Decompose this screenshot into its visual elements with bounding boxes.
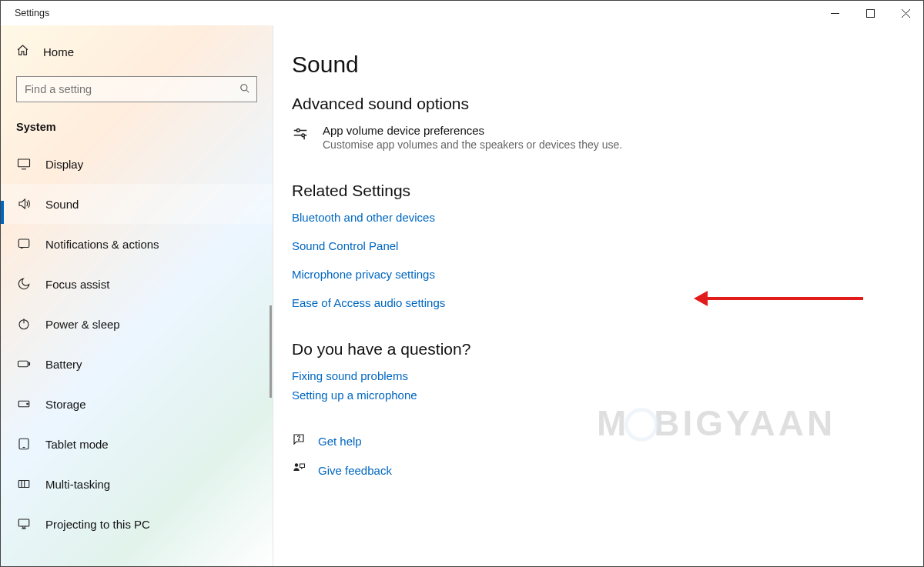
app-volume-row[interactable]: App volume device preferences Customise …	[292, 124, 892, 151]
feedback-icon	[292, 462, 306, 479]
bottom-links: Get help Give feedback	[292, 432, 892, 479]
sidebar-home-label: Home	[43, 45, 74, 58]
search-input-wrap[interactable]	[16, 76, 257, 102]
close-icon	[902, 9, 910, 18]
sidebar-item-notifications[interactable]: Notifications & actions	[1, 224, 273, 264]
scrollbar[interactable]	[270, 305, 272, 398]
svg-point-14	[295, 463, 299, 467]
link-microphone-privacy[interactable]: Microphone privacy settings	[292, 268, 892, 281]
sidebar-item-label: Battery	[45, 358, 82, 371]
sidebar-item-label: Notifications & actions	[45, 238, 159, 251]
link-fixing-sound[interactable]: Fixing sound problems	[292, 369, 892, 382]
moon-icon	[16, 277, 32, 291]
project-icon	[16, 517, 32, 531]
sliders-icon	[292, 125, 309, 151]
sidebar-nav: Display Sound Notifications & actions Fo…	[1, 144, 273, 544]
sidebar-item-label: Power & sleep	[45, 318, 120, 331]
home-icon	[16, 44, 29, 59]
multitask-icon	[16, 477, 32, 491]
question-links: Fixing sound problems Setting up a micro…	[292, 369, 892, 402]
question-heading: Do you have a question?	[292, 340, 892, 359]
sidebar-item-focus-assist[interactable]: Focus assist	[1, 264, 273, 304]
titlebar: Settings	[1, 1, 923, 25]
storage-icon	[16, 397, 32, 411]
svg-rect-2	[18, 159, 30, 167]
maximize-icon	[866, 9, 875, 18]
sidebar-item-label: Tablet mode	[45, 438, 109, 451]
sidebar-item-label: Display	[45, 158, 83, 171]
related-heading: Related Settings	[292, 182, 892, 200]
link-sound-control-panel[interactable]: Sound Control Panel	[292, 239, 892, 252]
sidebar-item-label: Multi-tasking	[45, 478, 110, 491]
svg-rect-10	[18, 519, 29, 526]
sidebar-item-tablet-mode[interactable]: Tablet mode	[1, 424, 273, 464]
link-ease-of-access-audio[interactable]: Ease of Access audio settings	[292, 296, 892, 309]
help-icon	[292, 432, 306, 449]
close-button[interactable]	[888, 1, 923, 25]
sidebar-item-battery[interactable]: Battery	[1, 344, 273, 384]
content-area: Sound Advanced sound options App volume …	[273, 25, 923, 566]
page-title: Sound	[292, 52, 892, 78]
minimize-button[interactable]	[817, 1, 852, 25]
battery-icon	[16, 357, 32, 371]
search-icon	[239, 83, 250, 96]
sidebar-item-sound[interactable]: Sound	[1, 184, 273, 224]
power-icon	[16, 317, 32, 331]
sidebar-item-power-sleep[interactable]: Power & sleep	[1, 304, 273, 344]
advanced-heading: Advanced sound options	[292, 95, 892, 113]
sidebar-home[interactable]: Home	[1, 35, 273, 68]
link-get-help[interactable]: Get help	[318, 435, 362, 448]
sidebar-item-label: Projecting to this PC	[45, 518, 150, 531]
sidebar-item-display[interactable]: Display	[1, 144, 273, 184]
svg-point-1	[241, 84, 247, 90]
sidebar-item-label: Focus assist	[45, 278, 109, 291]
link-give-feedback[interactable]: Give feedback	[318, 464, 392, 477]
svg-point-8	[27, 403, 28, 405]
link-bluetooth[interactable]: Bluetooth and other devices	[292, 211, 892, 224]
sidebar: Home System Display Sound	[1, 25, 273, 566]
search-input[interactable]	[25, 83, 239, 95]
sidebar-item-label: Sound	[45, 198, 79, 211]
svg-point-11	[296, 129, 300, 132]
sidebar-section-label: System	[1, 113, 273, 144]
svg-point-12	[302, 134, 305, 137]
sidebar-item-storage[interactable]: Storage	[1, 384, 273, 424]
window-controls	[817, 1, 923, 25]
minimize-icon	[831, 9, 839, 18]
app-volume-title: App volume device preferences	[323, 124, 622, 137]
sidebar-item-multitasking[interactable]: Multi-tasking	[1, 464, 273, 504]
sound-icon	[16, 197, 32, 211]
notifications-icon	[16, 237, 32, 251]
svg-rect-3	[18, 239, 29, 248]
link-setup-microphone[interactable]: Setting up a microphone	[292, 389, 892, 402]
svg-rect-0	[866, 9, 874, 17]
svg-rect-6	[28, 363, 30, 365]
titlebar-title: Settings	[15, 8, 49, 18]
sidebar-item-label: Storage	[45, 398, 86, 411]
sidebar-item-projecting[interactable]: Projecting to this PC	[1, 504, 273, 544]
maximize-button[interactable]	[852, 1, 888, 25]
tablet-icon	[16, 437, 32, 451]
related-links: Bluetooth and other devices Sound Contro…	[292, 211, 892, 309]
svg-point-13	[298, 439, 299, 440]
display-icon	[16, 157, 32, 171]
svg-rect-5	[18, 361, 28, 367]
app-volume-subtitle: Customise app volumes and the speakers o…	[323, 138, 622, 151]
